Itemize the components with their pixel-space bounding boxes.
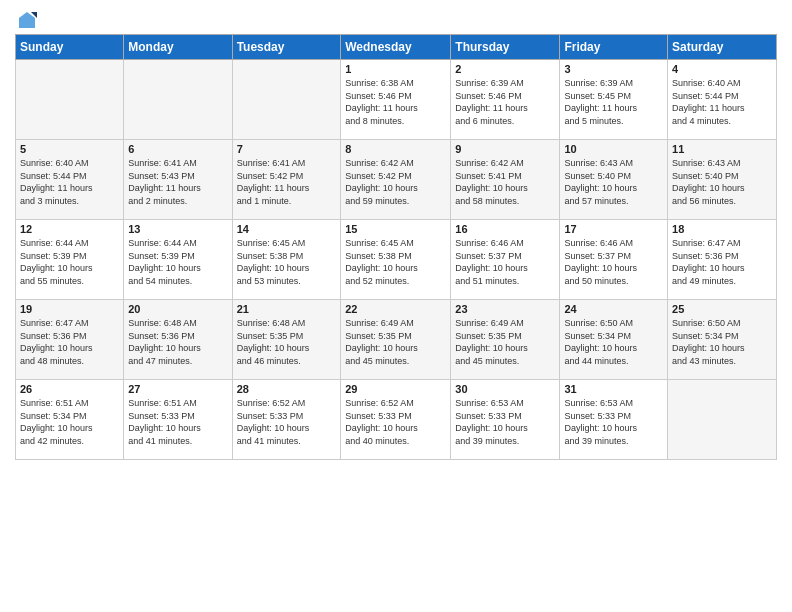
logo-icon: [17, 10, 37, 30]
calendar-cell: 22Sunrise: 6:49 AM Sunset: 5:35 PM Dayli…: [341, 300, 451, 380]
calendar-cell: 24Sunrise: 6:50 AM Sunset: 5:34 PM Dayli…: [560, 300, 668, 380]
day-info: Sunrise: 6:51 AM Sunset: 5:33 PM Dayligh…: [128, 397, 227, 447]
day-info: Sunrise: 6:45 AM Sunset: 5:38 PM Dayligh…: [237, 237, 337, 287]
calendar-cell: 20Sunrise: 6:48 AM Sunset: 5:36 PM Dayli…: [124, 300, 232, 380]
calendar-cell: [16, 60, 124, 140]
col-header-friday: Friday: [560, 35, 668, 60]
calendar-cell: 25Sunrise: 6:50 AM Sunset: 5:34 PM Dayli…: [668, 300, 777, 380]
day-info: Sunrise: 6:47 AM Sunset: 5:36 PM Dayligh…: [672, 237, 772, 287]
day-info: Sunrise: 6:43 AM Sunset: 5:40 PM Dayligh…: [564, 157, 663, 207]
calendar-cell: 15Sunrise: 6:45 AM Sunset: 5:38 PM Dayli…: [341, 220, 451, 300]
day-info: Sunrise: 6:46 AM Sunset: 5:37 PM Dayligh…: [455, 237, 555, 287]
day-number: 5: [20, 143, 119, 155]
header: [15, 10, 777, 26]
calendar-cell: 6Sunrise: 6:41 AM Sunset: 5:43 PM Daylig…: [124, 140, 232, 220]
day-info: Sunrise: 6:48 AM Sunset: 5:35 PM Dayligh…: [237, 317, 337, 367]
calendar-cell: 29Sunrise: 6:52 AM Sunset: 5:33 PM Dayli…: [341, 380, 451, 460]
day-info: Sunrise: 6:40 AM Sunset: 5:44 PM Dayligh…: [20, 157, 119, 207]
day-info: Sunrise: 6:50 AM Sunset: 5:34 PM Dayligh…: [672, 317, 772, 367]
day-info: Sunrise: 6:52 AM Sunset: 5:33 PM Dayligh…: [237, 397, 337, 447]
calendar-cell: 10Sunrise: 6:43 AM Sunset: 5:40 PM Dayli…: [560, 140, 668, 220]
day-info: Sunrise: 6:42 AM Sunset: 5:42 PM Dayligh…: [345, 157, 446, 207]
day-number: 1: [345, 63, 446, 75]
calendar-cell: 4Sunrise: 6:40 AM Sunset: 5:44 PM Daylig…: [668, 60, 777, 140]
day-info: Sunrise: 6:47 AM Sunset: 5:36 PM Dayligh…: [20, 317, 119, 367]
week-row: 19Sunrise: 6:47 AM Sunset: 5:36 PM Dayli…: [16, 300, 777, 380]
day-number: 31: [564, 383, 663, 395]
logo: [15, 10, 37, 26]
calendar-cell: 26Sunrise: 6:51 AM Sunset: 5:34 PM Dayli…: [16, 380, 124, 460]
calendar-cell: 11Sunrise: 6:43 AM Sunset: 5:40 PM Dayli…: [668, 140, 777, 220]
day-info: Sunrise: 6:39 AM Sunset: 5:46 PM Dayligh…: [455, 77, 555, 127]
day-info: Sunrise: 6:41 AM Sunset: 5:42 PM Dayligh…: [237, 157, 337, 207]
day-number: 17: [564, 223, 663, 235]
day-info: Sunrise: 6:48 AM Sunset: 5:36 PM Dayligh…: [128, 317, 227, 367]
day-number: 3: [564, 63, 663, 75]
calendar-cell: 27Sunrise: 6:51 AM Sunset: 5:33 PM Dayli…: [124, 380, 232, 460]
day-info: Sunrise: 6:49 AM Sunset: 5:35 PM Dayligh…: [455, 317, 555, 367]
calendar-cell: 30Sunrise: 6:53 AM Sunset: 5:33 PM Dayli…: [451, 380, 560, 460]
day-number: 22: [345, 303, 446, 315]
week-row: 5Sunrise: 6:40 AM Sunset: 5:44 PM Daylig…: [16, 140, 777, 220]
calendar: SundayMondayTuesdayWednesdayThursdayFrid…: [15, 34, 777, 460]
day-info: Sunrise: 6:53 AM Sunset: 5:33 PM Dayligh…: [564, 397, 663, 447]
day-number: 10: [564, 143, 663, 155]
day-info: Sunrise: 6:50 AM Sunset: 5:34 PM Dayligh…: [564, 317, 663, 367]
day-number: 18: [672, 223, 772, 235]
day-number: 13: [128, 223, 227, 235]
day-number: 19: [20, 303, 119, 315]
page: SundayMondayTuesdayWednesdayThursdayFrid…: [0, 0, 792, 612]
week-row: 26Sunrise: 6:51 AM Sunset: 5:34 PM Dayli…: [16, 380, 777, 460]
day-number: 11: [672, 143, 772, 155]
day-info: Sunrise: 6:42 AM Sunset: 5:41 PM Dayligh…: [455, 157, 555, 207]
col-header-thursday: Thursday: [451, 35, 560, 60]
col-header-tuesday: Tuesday: [232, 35, 341, 60]
calendar-cell: 12Sunrise: 6:44 AM Sunset: 5:39 PM Dayli…: [16, 220, 124, 300]
day-number: 6: [128, 143, 227, 155]
day-number: 7: [237, 143, 337, 155]
day-info: Sunrise: 6:49 AM Sunset: 5:35 PM Dayligh…: [345, 317, 446, 367]
col-header-monday: Monday: [124, 35, 232, 60]
day-info: Sunrise: 6:43 AM Sunset: 5:40 PM Dayligh…: [672, 157, 772, 207]
day-number: 9: [455, 143, 555, 155]
day-number: 2: [455, 63, 555, 75]
calendar-cell: 1Sunrise: 6:38 AM Sunset: 5:46 PM Daylig…: [341, 60, 451, 140]
calendar-cell: 5Sunrise: 6:40 AM Sunset: 5:44 PM Daylig…: [16, 140, 124, 220]
calendar-cell: 19Sunrise: 6:47 AM Sunset: 5:36 PM Dayli…: [16, 300, 124, 380]
calendar-cell: [232, 60, 341, 140]
day-info: Sunrise: 6:40 AM Sunset: 5:44 PM Dayligh…: [672, 77, 772, 127]
calendar-cell: 31Sunrise: 6:53 AM Sunset: 5:33 PM Dayli…: [560, 380, 668, 460]
day-info: Sunrise: 6:53 AM Sunset: 5:33 PM Dayligh…: [455, 397, 555, 447]
calendar-cell: [124, 60, 232, 140]
day-number: 21: [237, 303, 337, 315]
day-number: 27: [128, 383, 227, 395]
col-header-saturday: Saturday: [668, 35, 777, 60]
day-number: 29: [345, 383, 446, 395]
day-number: 8: [345, 143, 446, 155]
day-number: 16: [455, 223, 555, 235]
header-row: SundayMondayTuesdayWednesdayThursdayFrid…: [16, 35, 777, 60]
calendar-cell: 21Sunrise: 6:48 AM Sunset: 5:35 PM Dayli…: [232, 300, 341, 380]
calendar-cell: 23Sunrise: 6:49 AM Sunset: 5:35 PM Dayli…: [451, 300, 560, 380]
calendar-cell: 3Sunrise: 6:39 AM Sunset: 5:45 PM Daylig…: [560, 60, 668, 140]
calendar-cell: [668, 380, 777, 460]
day-info: Sunrise: 6:51 AM Sunset: 5:34 PM Dayligh…: [20, 397, 119, 447]
col-header-wednesday: Wednesday: [341, 35, 451, 60]
day-info: Sunrise: 6:46 AM Sunset: 5:37 PM Dayligh…: [564, 237, 663, 287]
day-number: 23: [455, 303, 555, 315]
day-number: 25: [672, 303, 772, 315]
calendar-cell: 18Sunrise: 6:47 AM Sunset: 5:36 PM Dayli…: [668, 220, 777, 300]
day-info: Sunrise: 6:44 AM Sunset: 5:39 PM Dayligh…: [20, 237, 119, 287]
calendar-cell: 28Sunrise: 6:52 AM Sunset: 5:33 PM Dayli…: [232, 380, 341, 460]
col-header-sunday: Sunday: [16, 35, 124, 60]
calendar-cell: 16Sunrise: 6:46 AM Sunset: 5:37 PM Dayli…: [451, 220, 560, 300]
day-number: 24: [564, 303, 663, 315]
calendar-cell: 9Sunrise: 6:42 AM Sunset: 5:41 PM Daylig…: [451, 140, 560, 220]
calendar-cell: 13Sunrise: 6:44 AM Sunset: 5:39 PM Dayli…: [124, 220, 232, 300]
day-info: Sunrise: 6:45 AM Sunset: 5:38 PM Dayligh…: [345, 237, 446, 287]
day-number: 26: [20, 383, 119, 395]
day-number: 30: [455, 383, 555, 395]
day-number: 4: [672, 63, 772, 75]
week-row: 12Sunrise: 6:44 AM Sunset: 5:39 PM Dayli…: [16, 220, 777, 300]
calendar-cell: 7Sunrise: 6:41 AM Sunset: 5:42 PM Daylig…: [232, 140, 341, 220]
